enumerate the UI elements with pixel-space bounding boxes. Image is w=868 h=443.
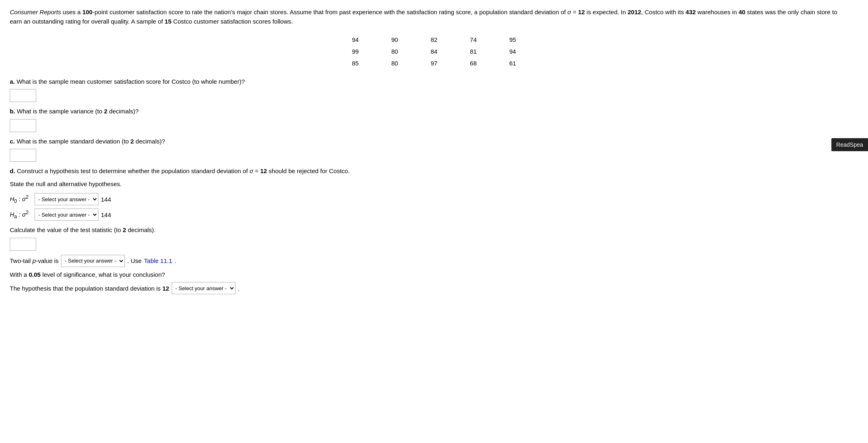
- readspeak-label: ReadSpea: [836, 141, 863, 148]
- data-cell: 82: [414, 34, 454, 46]
- ha-row: Ha : σ2 - Select your answer - = ≠ < > ≤…: [10, 208, 858, 221]
- two-tail-label-before: Two-tail p-value is: [10, 257, 59, 264]
- part-c-label: c. What is the sample standard deviation…: [10, 136, 858, 147]
- table-link[interactable]: Table 11.1: [144, 257, 172, 264]
- ha-label: Ha : σ2: [10, 210, 32, 219]
- ha-select[interactable]: - Select your answer - = ≠ < > ≤ ≥: [35, 208, 98, 221]
- test-statistic-input[interactable]: [10, 238, 36, 251]
- data-cell: 85: [336, 57, 375, 69]
- data-table: 94 90 82 74 95 99 80 84 81 94 85 80 97 6…: [336, 34, 532, 69]
- part-a-section: a. What is the sample mean customer sati…: [10, 76, 858, 102]
- two-tail-row: Two-tail p-value is - Select your answer…: [10, 255, 858, 267]
- data-cell: 74: [454, 34, 493, 46]
- ha-value: 144: [101, 211, 111, 218]
- two-tail-select[interactable]: - Select your answer - less than .01 bet…: [61, 255, 125, 267]
- conclusion-period: .: [238, 285, 240, 292]
- data-cell: 61: [493, 57, 532, 69]
- part-a-label: a. What is the sample mean customer sati…: [10, 76, 858, 87]
- conclusion-row: The hypothesis that the population stand…: [10, 282, 858, 294]
- part-c-section: c. What is the sample standard deviation…: [10, 136, 858, 162]
- part-a-input[interactable]: [10, 89, 36, 102]
- part-b-section: b. What is the sample variance (to 2 dec…: [10, 106, 858, 132]
- calc-label: Calculate the value of the test statisti…: [10, 225, 858, 235]
- part-c-input[interactable]: [10, 149, 36, 162]
- intro-paragraph: Consumer Reports uses a 100-point custom…: [10, 7, 848, 26]
- h0-select[interactable]: - Select your answer - = ≠ < > ≤ ≥: [35, 193, 98, 205]
- two-tail-period: .: [174, 257, 176, 264]
- part-d-label: d. Construct a hypothesis test to determ…: [10, 166, 858, 176]
- data-cell: 99: [336, 46, 375, 57]
- part-b-label: b. What is the sample variance (to 2 dec…: [10, 106, 858, 117]
- data-cell: 68: [454, 57, 493, 69]
- readspeak-badge: ReadSpea: [831, 138, 868, 151]
- h0-label: H0 : σ2: [10, 194, 32, 204]
- data-cell: 94: [493, 46, 532, 57]
- h0-value: 144: [101, 196, 111, 203]
- data-cell: 95: [493, 34, 532, 46]
- data-cell: 80: [375, 46, 414, 57]
- conclusion-label-before: The hypothesis that the population stand…: [10, 285, 169, 292]
- data-cell: 94: [336, 34, 375, 46]
- part-d-section: d. Construct a hypothesis test to determ…: [10, 166, 858, 294]
- state-hypotheses-label: State the null and alternative hypothese…: [10, 179, 858, 189]
- data-cell: 84: [414, 46, 454, 57]
- data-cell: 80: [375, 57, 414, 69]
- data-cell: 81: [454, 46, 493, 57]
- two-tail-label-after: . Use: [127, 257, 142, 264]
- data-cell: 97: [414, 57, 454, 69]
- significance-label: With a 0.05 level of significance, what …: [10, 269, 858, 280]
- h0-row: H0 : σ2 - Select your answer - = ≠ < > ≤…: [10, 193, 858, 205]
- part-b-input[interactable]: [10, 119, 36, 132]
- conclusion-select[interactable]: - Select your answer - can be rejected c…: [172, 282, 236, 294]
- data-cell: 90: [375, 34, 414, 46]
